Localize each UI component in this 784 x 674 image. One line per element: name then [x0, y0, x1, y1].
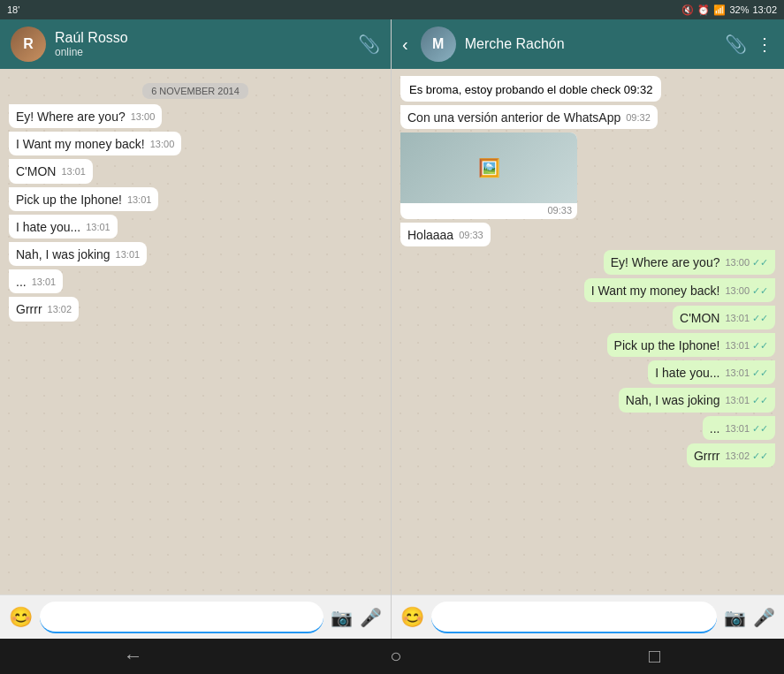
checkmark-icon: ✓✓: [752, 284, 768, 297]
left-header-info: Raúl Rosso online: [55, 30, 349, 58]
right-more-icon[interactable]: ⋮: [756, 34, 773, 55]
message-bubble: Pick up the Iphone! 13:01: [9, 187, 158, 211]
left-chat-body: 6 NOVEMBER 2014 Ey! Where are you? 13:00…: [0, 69, 391, 594]
message-bubble: Pick up the Iphone! 13:01 ✓✓: [607, 333, 775, 357]
table-row: Nah, I was joking 13:01 ✓✓: [400, 388, 775, 412]
message-bubble: Grrrr 13:02 ✓✓: [687, 443, 775, 467]
left-message-input[interactable]: [40, 602, 323, 633]
left-panel: R Raúl Rosso online 📎 6 NOVEMBER 2014 Ey…: [0, 19, 392, 639]
message-bubble: Ey! Where are you? 13:00 ✓✓: [604, 250, 775, 274]
table-row: I hate you... 13:01 ✓✓: [400, 360, 775, 384]
message-bubble: I Want my money back! 13:00 ✓✓: [584, 278, 775, 302]
image-time: 09:33: [400, 203, 577, 219]
battery-text: 32%: [729, 4, 749, 15]
checkmark-icon: ✓✓: [752, 312, 768, 324]
table-row: Grrrr 13:02: [9, 297, 382, 321]
right-contact-name: Merche Rachón: [465, 36, 716, 52]
table-row: I Want my money back! 13:00 ✓✓: [400, 278, 775, 302]
left-emoji-button[interactable]: 😊: [9, 606, 33, 629]
status-bar-left: 18': [7, 4, 19, 15]
right-avatar: M: [421, 27, 456, 62]
message-bubble: Con una versión anterior de WhatsApp 09:…: [400, 105, 658, 129]
recent-nav-button[interactable]: □: [649, 645, 660, 668]
alarm-icon: ⏰: [697, 4, 710, 16]
table-row: I hate you... 13:01: [9, 215, 382, 239]
image-message-bubble: Es broma, estoy probando el doble check …: [400, 76, 661, 102]
right-camera-button[interactable]: 📷: [724, 607, 746, 628]
left-mic-button[interactable]: 🎤: [360, 607, 382, 628]
table-row: C'MON 13:01: [9, 159, 382, 183]
right-message-input[interactable]: [431, 602, 717, 633]
table-row: Holaaaa 09:33: [400, 223, 775, 246]
left-avatar: R: [11, 27, 46, 62]
message-bubble: ... 13:01 ✓✓: [703, 416, 775, 440]
right-attach-icon[interactable]: 📎: [725, 34, 747, 55]
right-chat-body: Es broma, estoy probando el doble check …: [392, 69, 784, 594]
right-emoji-button[interactable]: 😊: [400, 606, 424, 629]
table-row: 🖼️ 09:33: [400, 133, 775, 219]
image-bubble: 🖼️ 09:33: [400, 133, 577, 219]
main-area: R Raúl Rosso online 📎 6 NOVEMBER 2014 Ey…: [0, 19, 784, 639]
right-chat-header: ‹ M Merche Rachón 📎 ⋮: [392, 19, 784, 69]
right-header-info: Merche Rachón: [465, 36, 716, 52]
right-input-area: 😊 📷 🎤: [392, 594, 784, 639]
table-row: I Want my money back! 13:00: [9, 132, 382, 155]
status-bar: 18' 🔇 ⏰ 📶 32% 13:02: [0, 0, 784, 19]
left-contact-name: Raúl Rosso: [55, 30, 349, 46]
message-bubble: Grrrr 13:02: [9, 297, 79, 321]
bubble-text: Es broma, estoy probando el doble check …: [404, 80, 658, 98]
left-chat-header: R Raúl Rosso online 📎: [0, 19, 391, 69]
left-attach-icon[interactable]: 📎: [358, 34, 380, 55]
checkmark-icon: ✓✓: [752, 394, 768, 406]
message-bubble: I hate you... 13:01: [9, 215, 118, 239]
message-bubble: Holaaaa 09:33: [400, 223, 491, 246]
message-bubble: Nah, I was joking 13:01 ✓✓: [619, 388, 775, 412]
checkmark-icon: ✓✓: [752, 422, 768, 435]
bottom-nav: ← ○ □: [0, 639, 784, 674]
message-bubble: Nah, I was joking 13:01: [9, 242, 147, 266]
table-row: Pick up the Iphone! 13:01 ✓✓: [400, 333, 775, 357]
checkmark-icon: ✓✓: [752, 450, 768, 462]
status-time-right: 13:02: [752, 4, 777, 15]
signal-icon: 📶: [713, 4, 726, 16]
home-nav-button[interactable]: ○: [390, 645, 401, 668]
table-row: ... 13:01: [9, 269, 382, 293]
message-bubble: ... 13:01: [9, 269, 63, 293]
checkmark-icon: ✓✓: [752, 339, 768, 352]
table-row: Pick up the Iphone! 13:01: [9, 187, 382, 211]
table-row: Es broma, estoy probando el doble check …: [400, 76, 775, 102]
status-time-left: 18': [7, 4, 19, 15]
message-bubble: C'MON 13:01: [9, 159, 93, 183]
left-input-area: 😊 📷 🎤: [0, 594, 391, 639]
image-placeholder: 🖼️: [400, 133, 577, 203]
table-row: C'MON 13:01 ✓✓: [400, 306, 775, 329]
table-row: Grrrr 13:02 ✓✓: [400, 443, 775, 467]
table-row: Ey! Where are you? 13:00 ✓✓: [400, 250, 775, 274]
message-bubble: Ey! Where are you? 13:00: [9, 104, 162, 128]
status-bar-right: 🔇 ⏰ 📶 32% 13:02: [681, 4, 777, 16]
left-contact-status: online: [55, 46, 349, 58]
checkmark-icon: ✓✓: [752, 256, 768, 269]
table-row: Nah, I was joking 13:01: [9, 242, 382, 266]
message-bubble: I Want my money back! 13:00: [9, 132, 181, 155]
left-camera-button[interactable]: 📷: [331, 607, 353, 628]
table-row: ... 13:01 ✓✓: [400, 416, 775, 440]
message-bubble: I hate you... 13:01 ✓✓: [648, 360, 775, 384]
message-bubble: C'MON 13:01 ✓✓: [673, 306, 775, 329]
right-panel: ‹ M Merche Rachón 📎 ⋮ Es broma, estoy pr…: [392, 19, 784, 639]
right-mic-button[interactable]: 🎤: [753, 607, 775, 628]
mute-icon: 🔇: [681, 4, 694, 16]
table-row: Con una versión anterior de WhatsApp 09:…: [400, 105, 775, 129]
back-button[interactable]: ‹: [402, 34, 408, 55]
back-nav-button[interactable]: ←: [124, 645, 143, 668]
date-badge: 6 NOVEMBER 2014: [9, 83, 382, 97]
checkmark-icon: ✓✓: [752, 367, 768, 379]
table-row: Ey! Where are you? 13:00: [9, 104, 382, 128]
